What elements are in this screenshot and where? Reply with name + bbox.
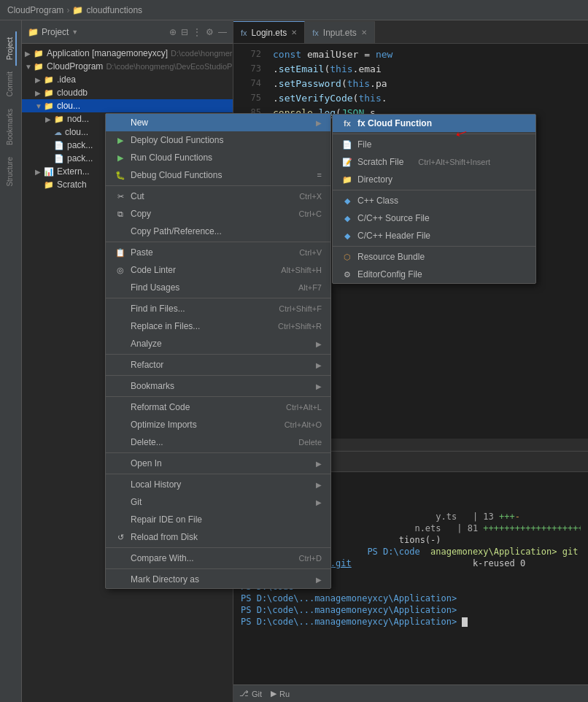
history-icon — [115, 479, 126, 490]
menu-copy[interactable]: ⧉ Copy Ctrl+C — [106, 205, 330, 223]
submenu-cloud-label: fx Cloud Function — [357, 118, 432, 128]
tree-label: clou... — [65, 127, 88, 137]
tree-label: .idea — [57, 74, 76, 85]
activity-bookmarks[interactable]: Bookmarks — [4, 103, 17, 151]
tree-path: D:\code\hongmeng\DevEcoStudioP — [106, 62, 232, 71]
tab-input[interactable]: fx Input.ets ✕ — [305, 21, 375, 43]
submenu-cpp-source[interactable]: ◆ C/C++ Source File — [333, 209, 535, 227]
menu-git[interactable]: Git ▶ — [106, 493, 330, 511]
options-icon[interactable]: ⋮ — [193, 27, 201, 37]
run-icon: ▶ — [271, 689, 276, 698]
menu-label: Cut — [131, 191, 285, 201]
tree-item-cloudprogram[interactable]: ▼ 📁 CloudProgram D:\code\hongmeng\DevEco… — [22, 60, 233, 73]
submenu-editorconfig[interactable]: ⚙ EditorConfig File — [333, 266, 535, 283]
activity-commit[interactable]: Commit — [4, 66, 17, 102]
menu-find-in-files[interactable]: Find in Files... Ctrl+Shift+F — [106, 300, 330, 317]
tree-item-idea[interactable]: ▶ 📁 .idea — [22, 73, 233, 86]
tree-arrow: ▼ — [25, 63, 34, 71]
term-line-12: PS D:\code\...managemoneyxcy\Application… — [241, 605, 581, 615]
tree-item-application[interactable]: ▶ 📁 Application [managemoneyxcy] D:\code… — [22, 47, 233, 60]
menu-mark-directory[interactable]: Mark Directory as ▶ — [106, 571, 330, 588]
menu-compare-with[interactable]: Compare With... Ctrl+D — [106, 549, 330, 567]
menu-refactor[interactable]: Refactor ▶ — [106, 356, 330, 374]
tab-close-login[interactable]: ✕ — [291, 28, 297, 36]
menu-delete[interactable]: Delete... Delete — [106, 433, 330, 451]
debug-icon: 🐛 — [115, 169, 126, 181]
submenu-directory[interactable]: 📁 Directory — [333, 171, 535, 188]
locate-icon[interactable]: ⊕ — [169, 27, 177, 37]
menu-deploy-cloud[interactable]: ▶ Deploy Cloud Functions — [106, 131, 330, 149]
menu-paste[interactable]: 📋 Paste Ctrl+V — [106, 244, 330, 261]
activity-structure[interactable]: Structure — [4, 151, 17, 193]
folder-icon-sm: 📁 — [28, 27, 39, 37]
menu-debug-cloud[interactable]: 🐛 Debug Cloud Functions = — [106, 166, 330, 184]
menu-sep-6 — [106, 396, 330, 397]
tree-label: Extern... — [57, 166, 90, 177]
git-file-ts: y.ts — [436, 512, 457, 522]
submenu-file[interactable]: 📄 File — [333, 136, 535, 153]
shortcut: Ctrl+Alt+L — [286, 403, 322, 412]
cpp-source-icon: ◆ — [341, 212, 353, 224]
reformat-icon — [115, 401, 126, 413]
collapse-icon[interactable]: ⊟ — [181, 27, 188, 37]
tree-item-cloudfunctions[interactable]: ▼ 📁 clou... — [22, 99, 233, 112]
file-icon: 📄 — [54, 141, 64, 150]
menu-replace-in-files[interactable]: Replace in Files... Ctrl+Shift+R — [106, 317, 330, 335]
shortcut: Ctrl+C — [299, 209, 322, 218]
run-label: Ru — [279, 690, 290, 698]
submenu-cpp-class[interactable]: ◆ C++ Class — [333, 192, 535, 209]
tab-close-input[interactable]: ✕ — [361, 28, 367, 36]
menu-local-history[interactable]: Local History ▶ — [106, 476, 330, 493]
menu-label: Mark Directory as — [131, 574, 313, 585]
minimize-icon[interactable]: — — [218, 27, 227, 37]
sidebar-header: 📁 Project ▼ ⊕ ⊟ ⋮ ⚙ — — [22, 20, 233, 44]
arrow-icon: ▶ — [316, 382, 322, 390]
menu-repair-ide[interactable]: Repair IDE on File — [106, 511, 330, 528]
menu-run-cloud[interactable]: ▶ Run Cloud Functions — [106, 149, 330, 166]
menu-cut[interactable]: ✂ Cut Ctrl+X — [106, 188, 330, 205]
shortcut: Ctrl+V — [299, 248, 322, 257]
tab-label: Login.ets — [252, 28, 287, 38]
tree-arrow: ▶ — [35, 168, 44, 176]
menu-label: Find in Files... — [131, 304, 264, 314]
submenu-cpp-header[interactable]: ◆ C/C++ Header File — [333, 227, 535, 244]
gear-icon[interactable]: ⚙ — [206, 27, 214, 37]
menu-reload-disk[interactable]: ↺ Reload from Disk — [106, 528, 330, 546]
chevron-down-icon[interactable]: ▼ — [71, 28, 78, 36]
file-icon: 📄 — [54, 154, 64, 163]
terminal-cursor — [462, 617, 468, 627]
menu-code-linter[interactable]: ◎ Code Linter Alt+Shift+H — [106, 261, 330, 279]
mark-icon — [115, 574, 126, 585]
submenu-cloud-function[interactable]: fx fx Cloud Function — [333, 115, 535, 132]
submenu-resource-bundle[interactable]: ⬡ Resource Bundle — [333, 248, 535, 266]
shortcut: Ctrl+D — [299, 554, 322, 563]
menu-analyze[interactable]: Analyze ▶ — [106, 335, 330, 352]
tree-label: pack... — [67, 153, 93, 163]
menu-item-new[interactable]: New ▶ fx fx Cloud Function 📄 File 📝 Scra… — [106, 114, 330, 131]
bookmarks-icon — [115, 380, 126, 392]
activity-project[interactable]: Project — [4, 31, 17, 66]
tree-item-clouddb[interactable]: ▶ 📁 clouddb — [22, 86, 233, 99]
status-run[interactable]: ▶ Ru — [271, 689, 290, 698]
submenu-scratch-file[interactable]: 📝 Scratch File Ctrl+Alt+Shift+Insert — [333, 153, 535, 171]
menu-reformat[interactable]: Reformat Code Ctrl+Alt+L — [106, 398, 330, 416]
scratch-file-icon: 📝 — [341, 156, 353, 168]
tab-login[interactable]: fx Login.ets ✕ — [233, 21, 305, 43]
folder-icon: 📁 — [72, 5, 83, 15]
delete-icon — [115, 436, 126, 448]
menu-open-in[interactable]: Open In ▶ — [106, 455, 330, 472]
tree-path: D:\code\hongmer — [171, 49, 232, 58]
status-bar: ⎇ Git ▶ Ru — [233, 684, 588, 702]
menu-bookmarks[interactable]: Bookmarks ▶ — [106, 377, 330, 395]
open-in-icon — [115, 458, 126, 469]
menu-copy-path[interactable]: Copy Path/Reference... — [106, 223, 330, 240]
sidebar-title: 📁 Project ▼ — [28, 27, 78, 37]
status-git[interactable]: ⎇ Git — [239, 689, 262, 698]
code-line-73: 73 .setEmail(this.emai — [233, 61, 588, 76]
folder-icon: 📁 — [54, 115, 64, 124]
menu-label: Refactor — [131, 360, 313, 370]
menu-find-usages[interactable]: Find Usages Alt+F7 — [106, 279, 330, 296]
folder-icon: 📁 — [44, 101, 54, 111]
menu-optimize-imports[interactable]: Optimize Imports Ctrl+Alt+O — [106, 416, 330, 433]
cpp-header-icon: ◆ — [341, 230, 353, 242]
